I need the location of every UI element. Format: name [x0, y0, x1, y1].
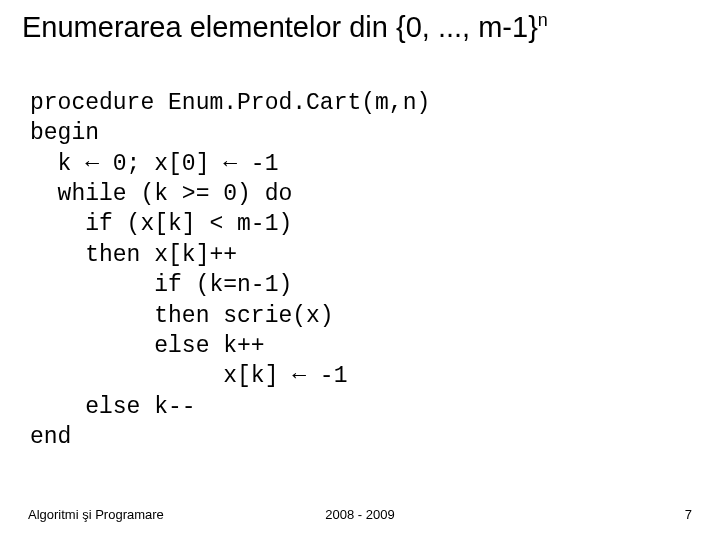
slide-title: Enumerarea elementelor din {0, ..., m-1}…	[22, 10, 698, 44]
footer: Algoritmi şi Programare 2008 - 2009 7	[0, 507, 720, 522]
code-line: x[k] ← -1	[30, 363, 347, 389]
code-line: else k++	[30, 333, 265, 359]
title-text: Enumerarea elementelor din {0, ..., m-1}	[22, 11, 538, 43]
title-superscript: n	[538, 10, 548, 30]
footer-center: 2008 - 2009	[325, 507, 394, 522]
code-line: else k--	[30, 394, 196, 420]
code-line: if (x[k] < m-1)	[30, 211, 292, 237]
code-block: procedure Enum.Prod.Cart(m,n) begin k ← …	[30, 58, 698, 483]
code-line: then scrie(x)	[30, 303, 334, 329]
footer-right: 7	[685, 507, 692, 522]
code-line: end	[30, 424, 71, 450]
slide: Enumerarea elementelor din {0, ..., m-1}…	[0, 0, 720, 540]
code-line: begin	[30, 120, 99, 146]
code-line: procedure Enum.Prod.Cart(m,n)	[30, 90, 430, 116]
footer-left: Algoritmi şi Programare	[28, 507, 164, 522]
code-line: k ← 0; x[0] ← -1	[30, 151, 278, 177]
code-line: if (k=n-1)	[30, 272, 292, 298]
code-line: then x[k]++	[30, 242, 237, 268]
code-line: while (k >= 0) do	[30, 181, 292, 207]
